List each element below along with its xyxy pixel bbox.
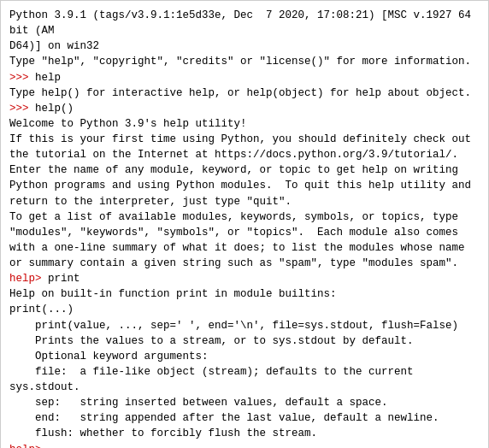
- terminal-line: sep: string inserted between values, def…: [9, 395, 480, 410]
- terminal-line: with a one-line summary of what it does;…: [9, 240, 480, 256]
- terminal-line: help> print: [9, 271, 480, 286]
- prompt-command: help: [35, 72, 61, 84]
- help-prompt-command: print: [48, 273, 80, 285]
- help-prompt-marker: help>: [9, 273, 48, 285]
- terminal-line: the tutorial on the Internet at https://…: [9, 147, 480, 162]
- terminal-line: end: string appended after the last valu…: [9, 410, 480, 426]
- terminal-line: file: a file-like object (stream); defau…: [9, 364, 480, 395]
- terminal-line: or summary contain a given string such a…: [9, 256, 480, 271]
- terminal-line: >>> help: [9, 70, 480, 85]
- terminal-line: help>: [9, 442, 480, 449]
- terminal-line: Optional keyword arguments:: [9, 349, 480, 364]
- terminal-content: Python 3.9.1 (tags/v3.9.1:1e5d33e, Dec 7…: [9, 8, 480, 448]
- terminal-line: Enter the name of any module, keyword, o…: [9, 162, 480, 178]
- terminal-line: Type "help", "copyright", "credits" or "…: [9, 54, 480, 69]
- terminal-line: return to the interpreter, just type "qu…: [9, 194, 480, 209]
- terminal-line: print(value, ..., sep=' ', end='\n', fil…: [9, 318, 480, 333]
- terminal-line: Python programs and using Python modules…: [9, 178, 480, 193]
- help-prompt-marker: help>: [9, 444, 48, 449]
- terminal-line: Welcome to Python 3.9's help utility!: [9, 116, 480, 132]
- terminal-line: >>> help(): [9, 101, 480, 116]
- terminal-window: Python 3.9.1 (tags/v3.9.1:1e5d33e, Dec 7…: [0, 0, 489, 448]
- prompt-marker: >>>: [9, 103, 35, 115]
- terminal-line: D64)] on win32: [9, 38, 480, 54]
- prompt-command: help(): [35, 103, 74, 115]
- terminal-line: Help on built-in function print in modul…: [9, 286, 480, 302]
- terminal-line: print(...): [9, 302, 480, 317]
- terminal-line: If this is your first time using Python,…: [9, 132, 480, 147]
- terminal-line: To get a list of available modules, keyw…: [9, 209, 480, 225]
- prompt-marker: >>>: [9, 72, 35, 84]
- terminal-line: Type help() for interactive help, or hel…: [9, 85, 480, 101]
- terminal-line: flush: whether to forcibly flush the str…: [9, 426, 480, 441]
- terminal-line: "modules", "keywords", "symbols", or "to…: [9, 225, 480, 240]
- terminal-line: Prints the values to a stream, or to sys…: [9, 333, 480, 349]
- terminal-line: Python 3.9.1 (tags/v3.9.1:1e5d33e, Dec 7…: [9, 8, 480, 38]
